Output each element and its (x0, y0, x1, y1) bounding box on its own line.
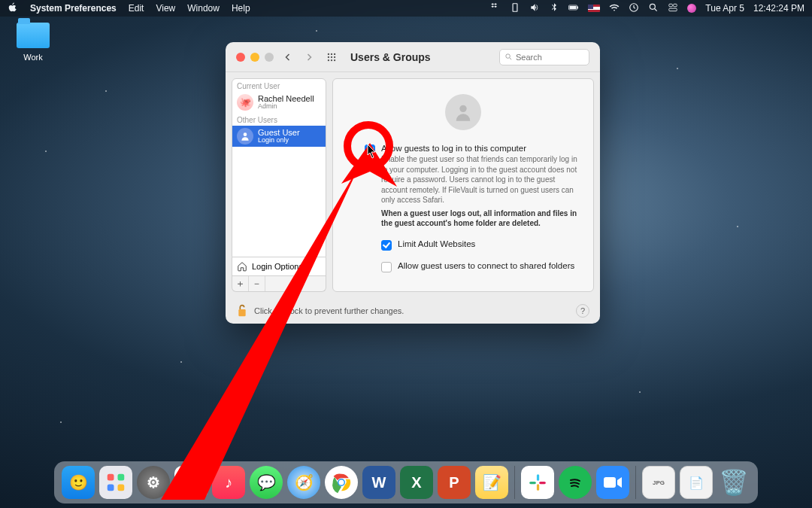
bluetooth-icon[interactable] (549, 2, 559, 15)
svg-point-20 (459, 105, 466, 112)
desktop-folder-work[interactable]: Work (11, 23, 56, 62)
svg-rect-35 (539, 482, 546, 484)
dropbox-icon[interactable] (490, 2, 501, 15)
dock-file-jpg[interactable]: JPG (642, 466, 675, 499)
dock-excel[interactable]: X (400, 466, 433, 499)
calendar-day: 5 (186, 479, 195, 494)
svg-point-15 (328, 59, 329, 60)
allow-guest-checkbox[interactable] (365, 144, 375, 155)
section-current-user: Current User (232, 79, 326, 92)
section-other-users: Other Users (232, 113, 326, 126)
svg-rect-6 (669, 4, 673, 7)
user-row-current[interactable]: 🐙 Rachel Needell Admin (232, 92, 326, 113)
dock-notes[interactable]: 📝 (475, 466, 508, 499)
dock-slack[interactable] (521, 466, 554, 499)
dock-chrome[interactable] (325, 466, 358, 499)
dock-messages[interactable]: 💬 (250, 466, 283, 499)
svg-rect-0 (513, 3, 517, 11)
svg-rect-26 (118, 474, 125, 481)
spotlight-icon[interactable] (648, 2, 659, 15)
apple-menu[interactable] (8, 2, 18, 15)
allow-guest-desc-bold: When a guest user logs out, all informat… (381, 209, 577, 228)
dock-zoom[interactable] (596, 466, 629, 499)
folder-icon (17, 23, 50, 48)
battery-icon[interactable] (568, 2, 579, 15)
shared-folders-label: Allow guest users to connect to shared f… (398, 261, 574, 272)
menubar: System Preferences Edit View Window Help… (0, 0, 812, 17)
help-button[interactable]: ? (576, 304, 589, 318)
dock-music[interactable]: ♪ (212, 466, 245, 499)
login-options-button[interactable]: Login Options (232, 257, 326, 276)
dock-safari[interactable]: 🧭 (287, 466, 320, 499)
menu-window[interactable]: Window (187, 3, 220, 14)
add-user-button[interactable]: ＋ (232, 276, 249, 291)
svg-rect-36 (604, 477, 616, 488)
search-field[interactable] (499, 49, 589, 65)
nav-back-button[interactable] (281, 50, 295, 64)
dock-file-doc[interactable]: 📄 (680, 466, 713, 499)
user-sidebar: Current User 🐙 Rachel Needell Admin Othe… (232, 78, 326, 292)
window-zoom-button[interactable] (265, 53, 274, 62)
show-all-button[interactable] (325, 50, 338, 64)
svg-rect-25 (108, 474, 114, 481)
svg-rect-3 (577, 6, 578, 8)
avatar-icon: 🐙 (237, 94, 253, 111)
allow-guest-label: Allow guests to log in to this computer (381, 144, 581, 153)
dock-trash[interactable]: 🗑️ (717, 466, 750, 499)
dock-spotify[interactable] (559, 466, 592, 499)
user-role: Admin (258, 103, 314, 111)
menubar-date[interactable]: Tue Apr 5 (705, 3, 744, 14)
svg-point-13 (331, 56, 332, 57)
control-center-icon[interactable] (668, 2, 678, 15)
menu-view[interactable]: View (156, 3, 175, 14)
lock-text: Click the lock to prevent further change… (254, 306, 404, 315)
timemachine-icon[interactable] (629, 2, 639, 15)
tool-icon[interactable] (510, 2, 520, 15)
dock-system-preferences[interactable]: ⚙︎ (137, 466, 170, 499)
svg-rect-32 (537, 474, 539, 481)
shared-folders-checkbox[interactable] (381, 262, 392, 272)
svg-point-5 (650, 4, 656, 9)
svg-point-11 (334, 53, 335, 54)
home-icon (237, 261, 247, 272)
app-name[interactable]: System Preferences (30, 3, 117, 14)
dock-finder[interactable]: 🙂 (62, 466, 95, 499)
svg-point-12 (328, 56, 329, 57)
svg-point-10 (331, 53, 332, 54)
svg-rect-34 (537, 484, 539, 491)
menubar-time[interactable]: 12:42:24 PM (753, 3, 804, 14)
svg-point-17 (334, 59, 335, 60)
guest-avatar[interactable] (445, 94, 481, 130)
menu-edit[interactable]: Edit (129, 3, 144, 14)
limit-adult-checkbox[interactable] (381, 240, 392, 251)
svg-point-18 (506, 54, 511, 59)
window-minimize-button[interactable] (250, 53, 259, 62)
volume-icon[interactable] (529, 2, 540, 15)
svg-rect-33 (529, 482, 536, 484)
svg-point-14 (334, 56, 335, 57)
users-groups-window: Users & Groups Current User 🐙 Rachel Nee… (226, 42, 600, 324)
lock-icon[interactable] (236, 303, 248, 318)
menu-help[interactable]: Help (232, 3, 250, 14)
window-titlebar: Users & Groups (226, 42, 600, 72)
wifi-icon[interactable] (609, 2, 620, 15)
dock-powerpoint[interactable]: P (438, 466, 471, 499)
svg-point-19 (244, 132, 247, 136)
dock-launchpad[interactable] (99, 466, 132, 499)
remove-user-button[interactable]: － (249, 276, 265, 291)
window-close-button[interactable] (236, 53, 245, 62)
limit-adult-label: Limit Adult Websites (398, 239, 475, 251)
siri-icon[interactable] (687, 4, 696, 13)
input-source-icon[interactable] (588, 5, 600, 12)
dock-word[interactable]: W (362, 466, 395, 499)
login-options-label: Login Options (252, 262, 303, 271)
svg-rect-2 (570, 6, 577, 9)
svg-rect-21 (238, 309, 245, 316)
user-row-guest[interactable]: Guest User Login only (232, 126, 326, 147)
search-input[interactable] (516, 53, 576, 62)
allow-guest-desc: Enable the guest user so that friends ca… (381, 154, 581, 205)
dock-calendar[interactable]: APR 5 (174, 466, 208, 499)
window-title: Users & Groups (350, 51, 431, 63)
avatar-icon (237, 128, 253, 144)
user-role: Login only (258, 137, 300, 144)
